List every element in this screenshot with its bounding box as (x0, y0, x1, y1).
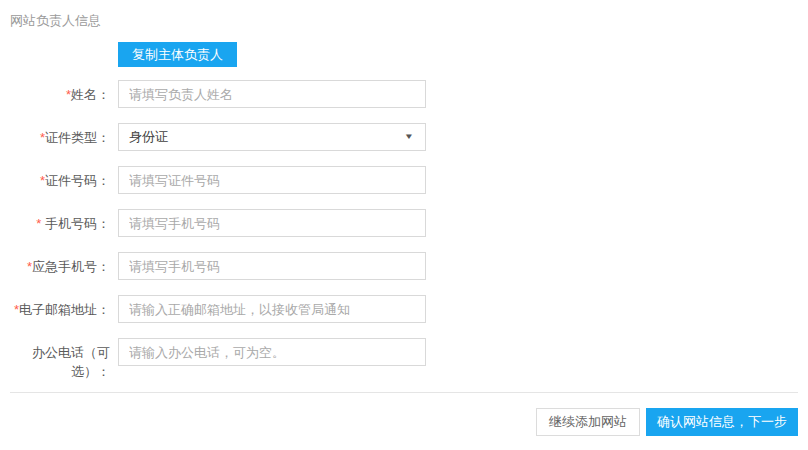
continue-add-site-button[interactable]: 继续添加网站 (536, 408, 640, 436)
copy-principal-button[interactable]: 复制主体负责人 (118, 42, 237, 67)
cert-number-input[interactable] (118, 166, 426, 194)
form: *姓名： *证件类型： 身份证 ▼ *证件号码： * 手机号码： *应急手机号：… (10, 80, 798, 381)
email-input[interactable] (118, 295, 426, 323)
office-phone-label: 办公电话（可选）： (10, 338, 110, 381)
field-label-text: 姓名： (71, 87, 110, 102)
field-label-text: 证件类型： (45, 130, 110, 145)
footer-divider (10, 392, 798, 393)
mobile-label: * 手机号码： (10, 209, 110, 233)
name-label: *姓名： (10, 80, 110, 104)
office-phone-input[interactable] (118, 338, 426, 366)
form-row-cert-type: *证件类型： 身份证 ▼ (10, 123, 798, 151)
field-label-text: 办公电话（可选）： (32, 345, 110, 379)
cert-number-label: *证件号码： (10, 166, 110, 190)
cert-type-select[interactable]: 身份证 ▼ (118, 123, 426, 151)
emergency-mobile-label: *应急手机号： (10, 252, 110, 276)
chevron-down-icon: ▼ (404, 133, 414, 141)
footer-actions: 继续添加网站 确认网站信息，下一步 (536, 408, 798, 436)
copy-button-row: 复制主体负责人 (118, 42, 798, 67)
cert-type-selected-value: 身份证 (129, 128, 168, 146)
field-label-text: 电子邮箱地址： (19, 302, 110, 317)
form-row-emergency-mobile: *应急手机号： (10, 252, 798, 280)
field-label-text: 应急手机号： (32, 259, 110, 274)
field-label-text: 手机号码： (45, 216, 110, 231)
website-principal-form-page: 网站负责人信息 复制主体负责人 *姓名： *证件类型： 身份证 ▼ *证件号码：… (0, 0, 808, 450)
confirm-site-info-next-button[interactable]: 确认网站信息，下一步 (646, 408, 798, 436)
emergency-mobile-input[interactable] (118, 252, 426, 280)
email-label: *电子邮箱地址： (10, 295, 110, 319)
field-label-text: 证件号码： (45, 173, 110, 188)
form-row-office-phone: 办公电话（可选）： (10, 338, 798, 381)
name-input[interactable] (118, 80, 426, 108)
required-asterisk: * (36, 216, 45, 231)
form-row-email: *电子邮箱地址： (10, 295, 798, 323)
page-title: 网站负责人信息 (10, 12, 798, 30)
mobile-input[interactable] (118, 209, 426, 237)
cert-type-label: *证件类型： (10, 123, 110, 147)
form-row-name: *姓名： (10, 80, 798, 108)
form-row-cert-number: *证件号码： (10, 166, 798, 194)
form-row-mobile: * 手机号码： (10, 209, 798, 237)
